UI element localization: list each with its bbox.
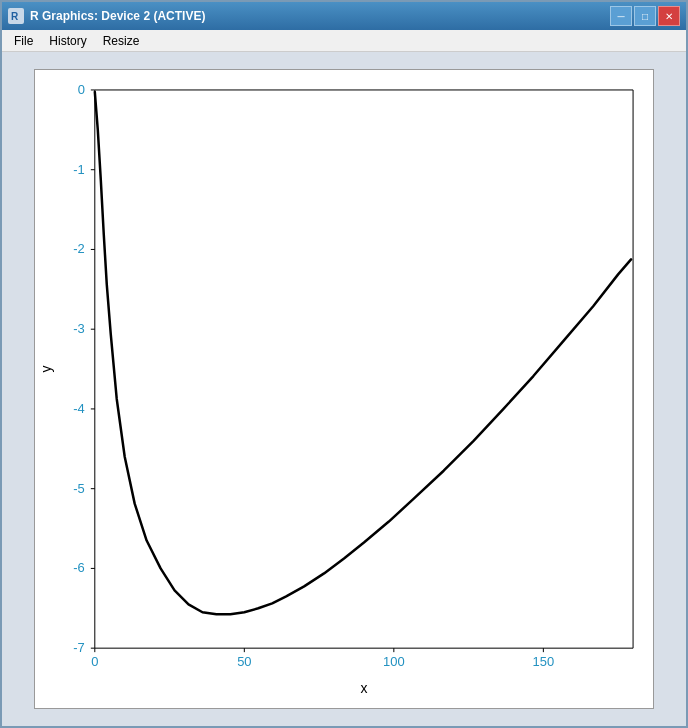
svg-text:-4: -4	[73, 401, 85, 416]
maximize-button[interactable]: □	[634, 6, 656, 26]
menu-resize[interactable]: Resize	[95, 32, 148, 50]
minimize-button[interactable]: ─	[610, 6, 632, 26]
title-bar-left: R R Graphics: Device 2 (ACTIVE)	[8, 8, 205, 24]
close-button[interactable]: ✕	[658, 6, 680, 26]
plot-area: 0 -1 -2 -3 -4 -5	[2, 52, 686, 726]
svg-text:50: 50	[237, 654, 251, 669]
svg-text:-3: -3	[73, 321, 85, 336]
r-icon: R	[8, 8, 24, 24]
menu-file[interactable]: File	[6, 32, 41, 50]
svg-text:0: 0	[78, 82, 85, 97]
svg-text:150: 150	[533, 654, 555, 669]
svg-text:-1: -1	[73, 162, 85, 177]
menu-bar: File History Resize	[2, 30, 686, 52]
svg-text:-2: -2	[73, 241, 85, 256]
svg-text:R: R	[11, 11, 19, 22]
svg-text:0: 0	[91, 654, 98, 669]
svg-text:-5: -5	[73, 481, 85, 496]
svg-rect-2	[35, 70, 653, 708]
window: R R Graphics: Device 2 (ACTIVE) ─ □ ✕ Fi…	[0, 0, 688, 728]
chart-svg: 0 -1 -2 -3 -4 -5	[35, 70, 653, 708]
svg-text:-6: -6	[73, 560, 85, 575]
window-title: R Graphics: Device 2 (ACTIVE)	[30, 9, 205, 23]
menu-history[interactable]: History	[41, 32, 94, 50]
title-buttons: ─ □ ✕	[610, 6, 680, 26]
svg-text:x: x	[360, 680, 367, 696]
svg-text:-7: -7	[73, 640, 85, 655]
title-bar: R R Graphics: Device 2 (ACTIVE) ─ □ ✕	[2, 2, 686, 30]
svg-text:100: 100	[383, 654, 405, 669]
svg-text:y: y	[38, 366, 54, 373]
plot-container: 0 -1 -2 -3 -4 -5	[34, 69, 654, 709]
